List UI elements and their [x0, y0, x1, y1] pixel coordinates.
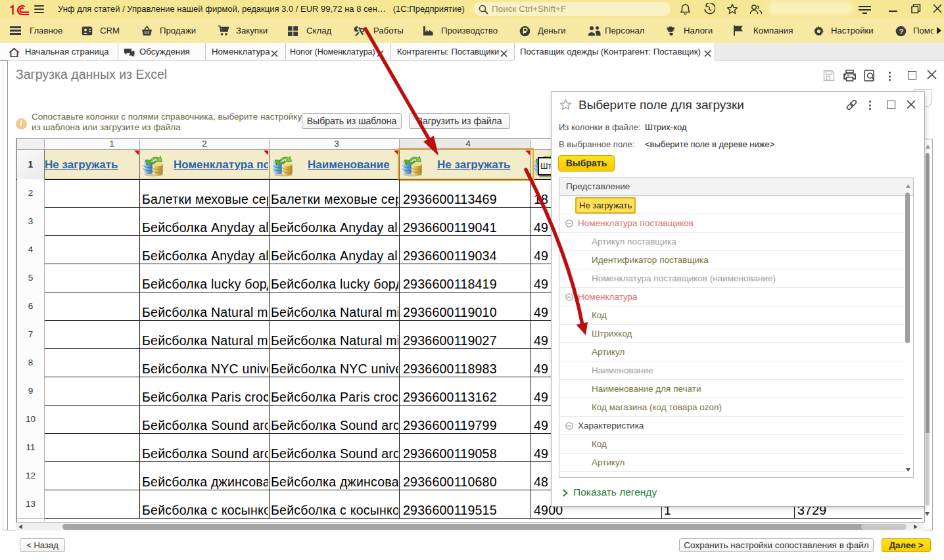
svg-text:?: ? — [899, 28, 903, 35]
